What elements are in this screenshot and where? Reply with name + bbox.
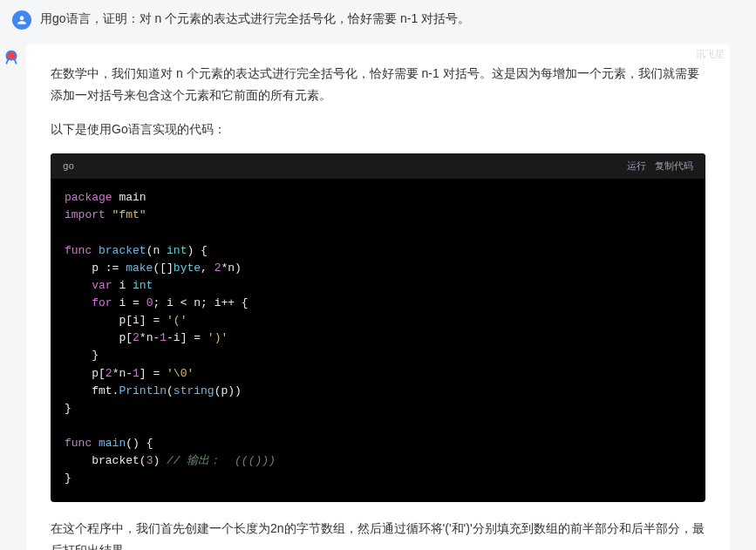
code-header: go 运行 复制代码 <box>51 153 705 180</box>
code-actions: 运行 复制代码 <box>627 159 693 174</box>
watermark-text: 讯飞星 <box>696 47 725 63</box>
question-text: 用go语言，证明：对 n 个元素的表达式进行完全括号化，恰好需要 n-1 对括号… <box>40 9 744 28</box>
copy-button[interactable]: 复制代码 <box>655 159 693 174</box>
code-body: package main import "fmt" func bracket(n… <box>51 179 705 501</box>
answer-paragraph: 在这个程序中，我们首先创建一个长度为2n的字节数组，然后通过循环将'('和')'… <box>51 518 705 550</box>
code-block: go 运行 复制代码 package main import "fmt" fun… <box>51 153 705 502</box>
answer-content: 在数学中，我们知道对 n 个元素的表达式进行完全括号化，恰好需要 n-1 对括号… <box>26 44 730 550</box>
run-button[interactable]: 运行 <box>627 159 646 174</box>
answer-block: 讯飞星 在数学中，我们知道对 n 个元素的表达式进行完全括号化，恰好需要 n-1… <box>26 44 730 550</box>
answer-paragraph: 在数学中，我们知道对 n 个元素的表达式进行完全括号化，恰好需要 n-1 对括号… <box>51 63 705 106</box>
user-avatar-icon <box>12 10 31 30</box>
bot-avatar-icon <box>2 49 21 68</box>
answer-paragraph: 以下是使用Go语言实现的代码： <box>51 119 705 140</box>
code-language-label: go <box>63 159 74 174</box>
question-row: 用go语言，证明：对 n 个元素的表达式进行完全括号化，恰好需要 n-1 对括号… <box>0 0 756 35</box>
